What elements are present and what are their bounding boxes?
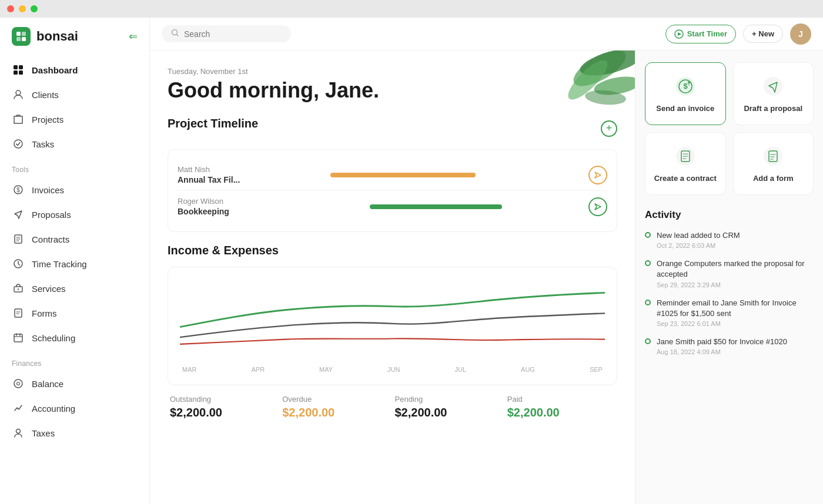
timeline-send-icon-1[interactable] bbox=[588, 166, 607, 184]
svg-rect-3 bbox=[22, 37, 26, 41]
svg-point-20 bbox=[16, 429, 21, 434]
avatar[interactable]: J bbox=[790, 23, 811, 45]
page-greeting: Good morning, Jane. bbox=[168, 78, 617, 103]
sidebar-item-scheduling[interactable]: Scheduling bbox=[0, 325, 149, 350]
draft-proposal-icon bbox=[761, 75, 785, 98]
send-invoice-icon: $ bbox=[674, 75, 697, 98]
section-header-timeline: Project Timeline + bbox=[168, 117, 617, 140]
accounting-icon bbox=[12, 402, 25, 415]
stat-paid-label: Paid bbox=[507, 395, 615, 404]
search-input[interactable] bbox=[184, 29, 282, 39]
svg-rect-16 bbox=[15, 309, 22, 317]
timeline-send-icon-2[interactable] bbox=[588, 197, 607, 216]
stat-overdue: Overdue $2,200.00 bbox=[280, 395, 392, 419]
activity-item-0: New lead added to CRM Oct 2, 2022 6:03 A… bbox=[645, 230, 814, 249]
page-date: Tuesday, November 1st bbox=[168, 67, 617, 76]
sidebar-item-balance[interactable]: Balance bbox=[0, 371, 149, 396]
maximize-button[interactable] bbox=[31, 5, 38, 12]
add-timeline-button[interactable]: + bbox=[601, 120, 617, 137]
action-send-invoice[interactable]: $ Send an invoice bbox=[645, 62, 726, 125]
minimize-button[interactable] bbox=[19, 5, 26, 12]
activity-time-0: Oct 2, 2022 6:03 AM bbox=[657, 242, 814, 249]
sidebar-item-forms-label: Forms bbox=[32, 308, 57, 318]
action-create-contract[interactable]: Create a contract bbox=[645, 132, 726, 195]
sidebar-item-clients[interactable]: Clients bbox=[0, 82, 149, 107]
sidebar-item-proposals[interactable]: Proposals bbox=[0, 202, 149, 227]
sidebar-item-dashboard-label: Dashboard bbox=[32, 65, 78, 75]
timeline-bar-1 bbox=[330, 173, 476, 177]
activity-text-2: Reminder email to Jane Smith for Invoice… bbox=[657, 298, 814, 319]
taxes-icon bbox=[12, 426, 25, 439]
search-box[interactable] bbox=[162, 25, 291, 42]
sidebar-item-tasks[interactable]: Tasks bbox=[0, 132, 149, 156]
sidebar-item-contracts[interactable]: Contracts bbox=[0, 227, 149, 251]
stat-paid-value: $2,200.00 bbox=[507, 406, 615, 419]
activity-content-2: Reminder email to Jane Smith for Invoice… bbox=[657, 298, 814, 327]
activity-text-1: Orange Computers marked the proposal for… bbox=[657, 258, 814, 280]
svg-text:$: $ bbox=[683, 82, 688, 90]
tasks-icon bbox=[12, 137, 25, 150]
chart-label-apr: APR bbox=[251, 366, 265, 373]
svg-point-35 bbox=[764, 147, 782, 166]
timeline-title: Project Timeline bbox=[168, 117, 258, 130]
sidebar-item-dashboard[interactable]: Dashboard bbox=[0, 58, 149, 82]
sidebar-item-projects-label: Projects bbox=[32, 115, 63, 125]
close-button[interactable] bbox=[7, 5, 14, 12]
new-button[interactable]: + New bbox=[743, 25, 783, 43]
action-draft-proposal[interactable]: Draft a proposal bbox=[733, 62, 814, 125]
chart-label-mar: MAR bbox=[182, 366, 196, 373]
contracts-icon bbox=[12, 233, 25, 246]
action-add-form[interactable]: Add a form bbox=[733, 132, 814, 195]
timeline-bar-area-1 bbox=[317, 166, 581, 184]
chart-label-jul: JUL bbox=[455, 366, 467, 373]
stat-pending: Pending $2,200.00 bbox=[393, 395, 505, 419]
sidebar-item-invoices[interactable]: $ Invoices bbox=[0, 177, 149, 202]
activity-time-1: Sep 29, 2022 3:29 AM bbox=[657, 281, 814, 288]
action-send-invoice-label: Send an invoice bbox=[656, 104, 714, 113]
stat-overdue-label: Overdue bbox=[282, 395, 390, 404]
titlebar bbox=[0, 0, 823, 18]
search-icon bbox=[171, 29, 179, 39]
sidebar-toggle[interactable]: ⇐ bbox=[129, 30, 138, 43]
logo-icon bbox=[12, 27, 31, 46]
stat-pending-label: Pending bbox=[395, 395, 503, 404]
sidebar-item-forms[interactable]: Forms bbox=[0, 301, 149, 325]
timeline-name-1: Matt Nish bbox=[178, 165, 310, 174]
svg-rect-7 bbox=[19, 70, 23, 75]
stat-outstanding: Outstanding $2,200.00 bbox=[168, 395, 280, 419]
balance-icon bbox=[12, 377, 25, 390]
svg-point-32 bbox=[764, 77, 782, 96]
sidebar-logo: bonsai ⇐ bbox=[0, 27, 149, 58]
chart-label-sep: SEP bbox=[590, 366, 603, 373]
start-timer-button[interactable]: Start Timer bbox=[665, 25, 736, 43]
sidebar-item-scheduling-label: Scheduling bbox=[32, 333, 75, 343]
activity-time-2: Sep 23, 2022 6:01 AM bbox=[657, 320, 814, 327]
chart-labels: MAR APR MAY JUN JUL AUG SEP bbox=[180, 366, 605, 373]
timeline-info-2: Roger Wilson Bookkeeping bbox=[178, 197, 310, 216]
timeline-project-1: Annual Tax Fil... bbox=[178, 175, 310, 184]
timeline-project-2: Bookkeeping bbox=[178, 207, 310, 216]
sidebar-item-invoices-label: Invoices bbox=[32, 185, 64, 195]
activity-dot-2 bbox=[645, 300, 651, 305]
sidebar-item-services-label: Services bbox=[32, 284, 66, 294]
svg-marker-23 bbox=[678, 32, 681, 36]
income-section: Income & Expenses MAR APR bbox=[168, 244, 617, 419]
timeline-card: Matt Nish Annual Tax Fil... bbox=[168, 149, 617, 232]
activity-dot-3 bbox=[645, 338, 651, 344]
sidebar-item-taxes[interactable]: Taxes bbox=[0, 421, 149, 445]
chart-container: MAR APR MAY JUN JUL AUG SEP bbox=[168, 267, 617, 385]
timeline-bar-2 bbox=[370, 204, 502, 209]
action-draft-proposal-label: Draft a proposal bbox=[744, 104, 802, 113]
sidebar-item-accounting[interactable]: Accounting bbox=[0, 396, 149, 421]
sidebar-item-time-tracking[interactable]: Time Tracking bbox=[0, 251, 149, 276]
sidebar-item-accounting-label: Accounting bbox=[32, 404, 75, 414]
clients-icon bbox=[12, 88, 25, 101]
svg-point-8 bbox=[16, 90, 21, 95]
topbar: Start Timer + New J bbox=[150, 18, 823, 51]
tools-section-label: Tools bbox=[0, 156, 149, 177]
stat-overdue-value: $2,200.00 bbox=[282, 406, 390, 419]
sidebar-item-services[interactable]: Services bbox=[0, 276, 149, 301]
activity-text-0: New lead added to CRM bbox=[657, 230, 814, 241]
sidebar-item-projects[interactable]: Projects bbox=[0, 107, 149, 132]
chart-label-may: MAY bbox=[319, 366, 333, 373]
